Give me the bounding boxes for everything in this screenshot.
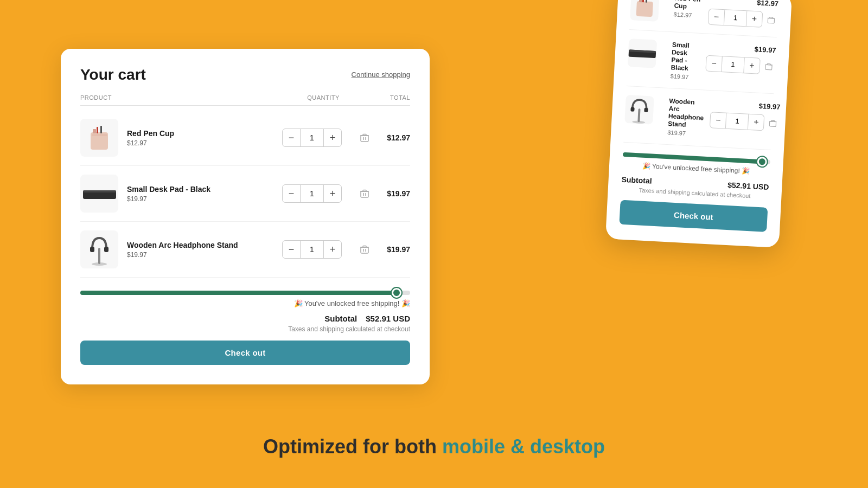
mobile-name-desk-pad: Small Desk Pad - Black (671, 41, 700, 73)
tagline: Optimized for both mobile & desktop (263, 435, 605, 458)
desktop-subtotal-value: $52.91 USD (366, 314, 410, 323)
qty-value-pen-cup: 1 (300, 129, 324, 146)
cart-table-header: PRODUCT QUANTITY TOTAL (80, 92, 410, 106)
item-name-desk-pad: Small Desk Pad - Black (127, 185, 269, 194)
svg-rect-5 (361, 136, 368, 142)
mobile-delete-pen-cup[interactable] (764, 13, 778, 27)
item-price-headphone-stand: $19.97 (127, 251, 269, 259)
desktop-free-shipping-text: 🎉 You've unlocked free shipping! 🎉 (80, 299, 410, 307)
svg-rect-31 (765, 65, 772, 70)
mobile-qty-increase-pen-cup[interactable]: + (746, 11, 762, 27)
item-total-desk-pad: $19.97 (372, 189, 410, 198)
mobile-qty-desk-pad: − 1 + (705, 55, 760, 74)
mobile-qty-decrease-headphone-stand[interactable]: − (710, 112, 726, 128)
mobile-item-desk-pad: Small Desk Pad - Black $19.97 $19.97 − 1… (627, 30, 777, 94)
mobile-delete-desk-pad[interactable] (762, 60, 775, 73)
qty-increase-pen-cup[interactable]: + (324, 129, 341, 146)
item-image-headphone-stand (80, 230, 118, 268)
mobile-delete-headphone-stand[interactable] (766, 117, 780, 130)
delete-headphone-stand[interactable] (357, 242, 372, 257)
qty-control-headphone-stand: − 1 + (282, 240, 342, 259)
qty-value-desk-pad: 1 (300, 185, 324, 202)
mobile-name-pen-cup: Red Pen Cup (674, 0, 703, 11)
mobile-name-headphone-stand: Wooden Arc Headphone Stand (668, 97, 705, 129)
continue-shopping-link[interactable]: Continue shopping (352, 70, 410, 79)
mobile-image-pen-cup (630, 0, 660, 22)
qty-decrease-desk-pad[interactable]: − (283, 185, 300, 202)
scene: Your cart Continue shopping PRODUCT QUAN… (0, 0, 868, 488)
mobile-qty-decrease-desk-pad[interactable]: − (706, 56, 722, 72)
svg-rect-34 (637, 108, 640, 122)
desktop-progress-track (80, 291, 410, 295)
mobile-progress-section: 🎉 You've unlocked free shipping! 🎉 (622, 152, 770, 176)
desktop-progress-dot (392, 288, 401, 298)
qty-decrease-headphone-stand[interactable]: − (283, 241, 300, 258)
mobile-qty-headphone-stand: − 1 + (710, 112, 764, 131)
cart-item-pen-cup: Red Pen Cup $12.97 − 1 + $12.97 (80, 110, 410, 166)
item-info-desk-pad: Small Desk Pad - Black $19.97 (127, 185, 269, 203)
mobile-subtotal-value: $52.91 USD (727, 181, 769, 191)
qty-control-pen-cup: − 1 + (282, 129, 342, 147)
desktop-taxes-note: Taxes and shipping calculated at checkou… (80, 325, 410, 333)
mobile-info-pen-cup: Red Pen Cup $12.97 (673, 0, 703, 19)
svg-rect-11 (361, 191, 368, 197)
svg-rect-37 (770, 121, 776, 127)
cart-item-headphone-stand: Wooden Arc Headphone Stand $19.97 − 1 + … (80, 222, 410, 278)
mobile-qty-val-pen-cup: 1 (724, 10, 747, 26)
svg-line-32 (765, 65, 773, 65)
cart-item-desk-pad: Small Desk Pad - Black $19.97 − 1 + $19.… (80, 166, 410, 222)
svg-line-28 (768, 18, 775, 18)
item-image-desk-pad (80, 175, 118, 213)
mobile-qty-val-headphone-stand: 1 (725, 113, 749, 130)
item-name-pen-cup: Red Pen Cup (127, 129, 269, 138)
mobile-item-headphone-stand: Wooden Arc Headphone Stand $19.97 $19.97… (623, 86, 774, 150)
mobile-info-headphone-stand: Wooden Arc Headphone Stand $19.97 (667, 97, 705, 137)
tagline-text-start: Optimized for both (263, 435, 442, 458)
qty-increase-desk-pad[interactable]: + (324, 185, 341, 202)
mobile-qty-decrease-pen-cup[interactable]: − (709, 9, 724, 25)
mobile-qty-increase-headphone-stand[interactable]: + (748, 114, 764, 130)
item-info-headphone-stand: Wooden Arc Headphone Stand $19.97 (127, 241, 269, 259)
mobile-total-desk-pad: $19.97 (754, 45, 776, 54)
mobile-image-headphone-stand (624, 95, 654, 125)
svg-rect-27 (768, 18, 774, 23)
mobile-total-pen-cup: $12.97 (757, 0, 778, 8)
item-total-headphone-stand: $19.97 (372, 245, 410, 254)
svg-rect-4 (100, 126, 102, 133)
item-name-headphone-stand: Wooden Arc Headphone Stand (127, 241, 269, 249)
mobile-qty-val-desk-pad: 1 (721, 56, 744, 73)
mobile-price-headphone-stand: $19.97 (667, 129, 703, 137)
svg-rect-16 (98, 248, 100, 264)
desktop-progress-fill (80, 291, 400, 295)
item-image-pen-cup (80, 119, 118, 157)
svg-rect-36 (644, 108, 648, 112)
delete-desk-pad[interactable] (357, 186, 372, 201)
svg-rect-19 (361, 247, 368, 253)
svg-rect-17 (90, 247, 94, 252)
svg-rect-2 (92, 134, 107, 136)
qty-increase-headphone-stand[interactable]: + (324, 241, 341, 258)
mobile-price-desk-pad: $19.97 (671, 73, 699, 81)
desktop-checkout-button[interactable]: Check out (80, 341, 410, 365)
svg-rect-3 (97, 127, 98, 133)
delete-pen-cup[interactable] (357, 130, 372, 145)
mobile-item-right-pen-cup: $12.97 − 1 + (708, 0, 779, 28)
col-quantity-header: QUANTITY (280, 94, 367, 101)
desktop-subtotal-row: Subtotal $52.91 USD (80, 314, 410, 323)
mobile-total-headphone-stand: $19.97 (758, 102, 780, 111)
mobile-checkout-button[interactable]: Check out (619, 200, 768, 232)
tagline-highlight: mobile & desktop (442, 435, 605, 458)
item-total-pen-cup: $12.97 (372, 133, 410, 142)
svg-rect-35 (630, 107, 634, 111)
svg-line-38 (769, 121, 777, 122)
mobile-qty-pen-cup: − 1 + (708, 9, 763, 28)
mobile-price-pen-cup: $12.97 (673, 11, 702, 19)
svg-rect-24 (639, 0, 642, 2)
svg-rect-1 (93, 129, 96, 133)
qty-decrease-pen-cup[interactable]: − (283, 129, 300, 146)
desktop-cart-panel: Your cart Continue shopping PRODUCT QUAN… (61, 49, 430, 384)
mobile-info-desk-pad: Small Desk Pad - Black $19.97 (671, 41, 701, 81)
mobile-free-shipping-text: 🎉 You've unlocked free shipping! 🎉 (622, 161, 770, 176)
qty-value-headphone-stand: 1 (300, 241, 324, 258)
mobile-qty-increase-desk-pad[interactable]: + (744, 57, 760, 73)
